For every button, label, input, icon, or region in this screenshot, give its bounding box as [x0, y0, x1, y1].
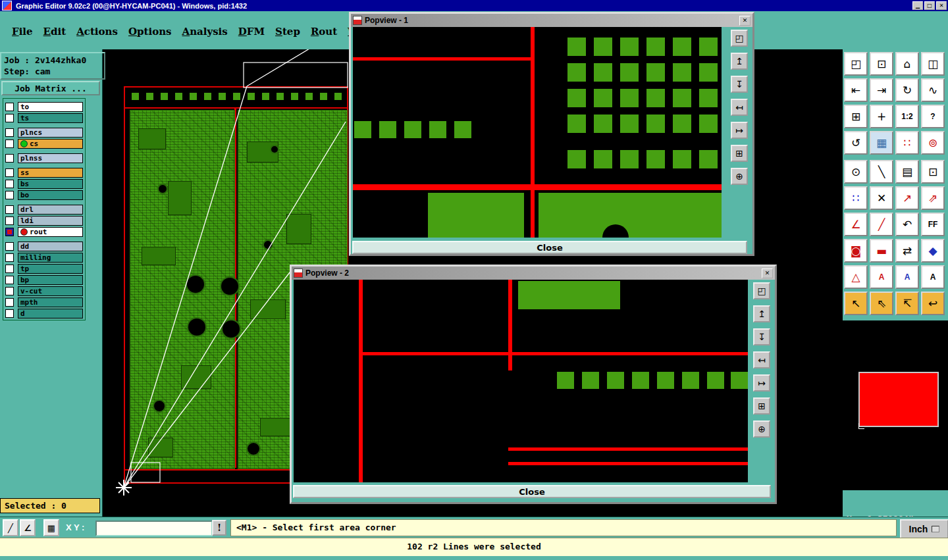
popview-1-close-icon[interactable]: ✕: [739, 16, 750, 26]
layer-bar-bs[interactable]: bs: [18, 179, 83, 189]
redraw-icon[interactable]: ↺: [844, 131, 868, 155]
popview-1-canvas[interactable]: [353, 27, 727, 238]
menu-dfm[interactable]: DFM: [233, 24, 270, 39]
layer-bar-mpth[interactable]: mpth: [18, 297, 83, 307]
popview-2-pan-down-icon[interactable]: ↧: [753, 328, 770, 345]
copy-vertex-icon[interactable]: ⇗: [921, 186, 945, 210]
popview-2-zoom-fit-icon[interactable]: ⊞: [753, 397, 770, 415]
select-cursor-icon[interactable]: ↖: [844, 292, 868, 315]
zoom-window-icon[interactable]: ⊞: [844, 105, 868, 128]
move-vertex-icon[interactable]: ↗: [895, 186, 919, 210]
popview-2-popout-icon[interactable]: ◰: [753, 282, 770, 299]
layer-checkbox-ss[interactable]: [5, 168, 14, 177]
menu-options[interactable]: Options: [123, 24, 177, 39]
popview-1-titlebar[interactable]: Popview - 1 ✕: [351, 14, 752, 27]
origin-mark-icon[interactable]: ⊙: [844, 160, 868, 184]
maximize-icon[interactable]: □: [924, 1, 935, 10]
layer-bar-v-cut[interactable]: v-cut: [18, 286, 83, 296]
rotate-view-icon[interactable]: ↻: [895, 78, 919, 102]
alert-button[interactable]: !: [212, 520, 226, 536]
mirror-text-icon[interactable]: FF: [921, 213, 945, 236]
window-titlebar[interactable]: Graphic Editor 9.02c2 (00@HY-HYCAM-PC041…: [0, 0, 948, 11]
help-button[interactable]: ?: [921, 105, 945, 128]
angle-measure-icon[interactable]: ∠: [844, 213, 868, 236]
layer-checkbox-bp[interactable]: [5, 276, 14, 284]
layer-checkbox-bs[interactable]: [5, 180, 14, 188]
menu-analysis[interactable]: Analysis: [177, 24, 233, 39]
query-cursor-icon[interactable]: ⇖: [870, 292, 893, 315]
text-baseline-icon[interactable]: A: [921, 265, 945, 289]
layer-checkbox-milling[interactable]: [5, 253, 14, 262]
frame-cursor-icon[interactable]: ↸: [895, 292, 919, 315]
text-marker-blue-icon[interactable]: A: [895, 265, 919, 289]
popview-2-close-button[interactable]: Close: [293, 485, 771, 498]
layer-bar-ss[interactable]: ss: [18, 168, 83, 178]
minimize-icon[interactable]: ▁: [912, 1, 923, 10]
menu-edit[interactable]: Edit: [38, 24, 72, 39]
copy-window-icon[interactable]: ◰: [844, 52, 868, 76]
layer-bar-milling[interactable]: milling: [18, 253, 83, 263]
layer-checkbox-mpth[interactable]: [5, 298, 14, 307]
popview-1-zoom-fit-icon[interactable]: ⊞: [731, 145, 748, 162]
line-draw-icon[interactable]: ╱: [870, 213, 893, 236]
layer-checkbox-rout[interactable]: [5, 228, 14, 236]
layer-checkbox-v-cut[interactable]: [5, 287, 14, 295]
delete-x-icon[interactable]: ✕: [870, 186, 893, 210]
layer-bar-bo[interactable]: bo: [18, 190, 83, 200]
layer-bar-d[interactable]: d: [18, 309, 83, 318]
line-select-icon[interactable]: ╱: [3, 519, 18, 536]
layer-bar-cs[interactable]: cs: [18, 139, 83, 149]
screen-view-icon[interactable]: ⊡: [870, 52, 893, 76]
popview-1-pan-up-icon[interactable]: ↥: [731, 53, 748, 70]
popview-1-pan-down-icon[interactable]: ↧: [731, 76, 748, 93]
popview-2-pan-left-icon[interactable]: ↤: [753, 351, 770, 369]
layer-bar-tp[interactable]: tp: [18, 264, 83, 274]
layer-sequence-icon[interactable]: ∿: [921, 78, 945, 102]
pan-center-icon[interactable]: +: [870, 105, 893, 128]
layer-bar-to[interactable]: to: [18, 102, 83, 112]
undo-arc-icon[interactable]: ↶: [895, 213, 919, 236]
pad-pair-icon[interactable]: ∷: [895, 131, 919, 155]
draw-pen-icon[interactable]: ╲: [870, 160, 893, 184]
popview-2-close-icon[interactable]: ✕: [762, 268, 773, 278]
layer-bar-dd[interactable]: dd: [18, 242, 83, 251]
popview-1-popout-icon[interactable]: ◰: [731, 30, 748, 47]
zoom-out-screen-icon[interactable]: ⇥: [870, 78, 893, 102]
pad-frame-icon[interactable]: ◙: [844, 239, 868, 263]
layer-bar-rout[interactable]: rout: [18, 227, 83, 237]
overview-panel[interactable]: [843, 320, 948, 490]
popview-2-pan-up-icon[interactable]: ↥: [753, 305, 770, 322]
home-view-icon[interactable]: ⌂: [895, 52, 919, 76]
split-view-icon[interactable]: ◫: [921, 52, 945, 76]
popview-1-pan-left-icon[interactable]: ↤: [731, 99, 748, 116]
layer-checkbox-tp[interactable]: [5, 265, 14, 273]
layer-bar-plnss[interactable]: plnss: [18, 153, 83, 163]
layer-bar-bp[interactable]: bp: [18, 275, 83, 285]
chain-cursor-icon[interactable]: ↩: [921, 292, 945, 315]
layer-bar-plncs[interactable]: plncs: [18, 128, 83, 138]
popview-2-pan-right-icon[interactable]: ↦: [753, 374, 770, 392]
menu-actions[interactable]: Actions: [71, 24, 123, 39]
surface-fill-icon[interactable]: ◆: [921, 239, 945, 263]
resize-box-icon[interactable]: ⇄: [895, 239, 919, 263]
layer-checkbox-dd[interactable]: [5, 242, 14, 251]
dotted-frame-icon[interactable]: ⊡: [921, 160, 945, 184]
menu-file[interactable]: File: [7, 24, 38, 39]
popview-1-pan-right-icon[interactable]: ↦: [731, 122, 748, 139]
menu-rout[interactable]: Rout: [305, 24, 342, 39]
grid-toggle-icon[interactable]: ▦: [870, 131, 893, 155]
popview-1-close-button[interactable]: Close: [352, 241, 747, 254]
units-button[interactable]: Inch: [900, 519, 948, 539]
popview-2-titlebar[interactable]: Popview - 2 ✕: [292, 267, 775, 280]
layer-checkbox-plnss[interactable]: [5, 154, 14, 163]
text-marker-red-icon[interactable]: A: [870, 265, 893, 289]
zoom-in-screen-icon[interactable]: ⇤: [844, 78, 868, 102]
pad-blue-red-icon[interactable]: ∷: [844, 186, 868, 210]
layer-checkbox-drl[interactable]: [5, 205, 14, 214]
slot-icon[interactable]: ▬: [870, 239, 893, 263]
xy-input[interactable]: [95, 521, 213, 536]
layer-bar-drl[interactable]: drl: [18, 205, 83, 215]
layer-checkbox-ts[interactable]: [5, 114, 14, 122]
layer-checkbox-plncs[interactable]: [5, 128, 14, 137]
zoom-ratio-button[interactable]: 1:2: [895, 105, 919, 128]
